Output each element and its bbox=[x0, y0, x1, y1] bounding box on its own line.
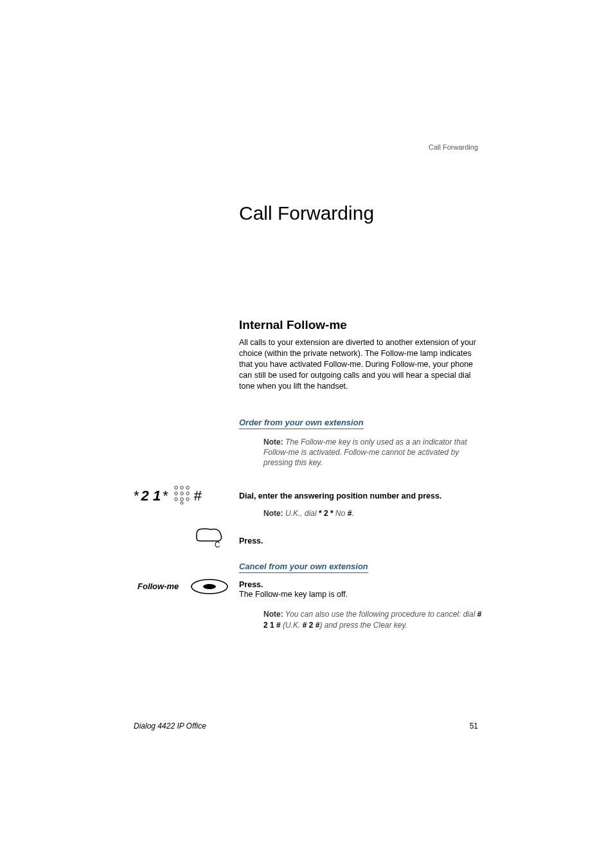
clear-key-icon: C bbox=[195, 527, 225, 551]
svg-point-6 bbox=[174, 498, 177, 501]
followme-label: Follow-me bbox=[138, 581, 179, 591]
lamp-off-text: The Follow-me key lamp is off. bbox=[239, 590, 348, 599]
note-mid: (U.K. bbox=[281, 621, 303, 630]
uk-prefix: U.K., dial bbox=[285, 509, 319, 518]
intro-paragraph: All calls to your extension are diverted… bbox=[239, 337, 483, 391]
cancel-heading: Cancel from your own extension bbox=[239, 562, 368, 573]
uk-no: No bbox=[333, 509, 348, 518]
svg-point-0 bbox=[174, 486, 177, 490]
svg-point-12 bbox=[203, 584, 216, 589]
keypad-icon bbox=[173, 485, 190, 507]
uk-suffix: . bbox=[351, 509, 353, 518]
page: Call Forwarding Call Forwarding Internal… bbox=[0, 0, 613, 868]
dial-sequence: * 2 1 * # bbox=[134, 485, 202, 507]
svg-point-1 bbox=[180, 486, 183, 490]
uk-digits: 2 bbox=[324, 509, 328, 518]
star-symbol: * bbox=[134, 488, 139, 504]
star-symbol: * bbox=[163, 488, 168, 504]
note-label: Note: bbox=[263, 438, 283, 447]
press-label: Press. bbox=[239, 536, 263, 545]
running-header: Call Forwarding bbox=[429, 143, 478, 151]
page-title: Call Forwarding bbox=[239, 202, 374, 224]
note-label: Note: bbox=[263, 610, 283, 619]
svg-point-8 bbox=[186, 498, 189, 501]
svg-point-5 bbox=[186, 492, 189, 495]
followme-key-icon bbox=[190, 578, 229, 598]
section-title: Internal Follow-me bbox=[239, 318, 347, 332]
press-label: Press. bbox=[239, 580, 263, 589]
svg-point-3 bbox=[174, 492, 177, 495]
note-label: Note: bbox=[263, 509, 283, 518]
svg-point-7 bbox=[180, 498, 183, 501]
svg-text:C: C bbox=[215, 540, 220, 549]
footer-page-number: 51 bbox=[470, 722, 478, 731]
cancel-seq2: # 2 # bbox=[303, 621, 320, 630]
dial-digits: 2 1 bbox=[141, 488, 161, 504]
dial-instruction: Dial, enter the answering position numbe… bbox=[239, 492, 441, 500]
svg-point-4 bbox=[180, 492, 183, 495]
svg-point-9 bbox=[181, 502, 183, 504]
hash-symbol: # bbox=[194, 488, 202, 504]
footer-product: Dialog 4422 IP Office bbox=[134, 722, 206, 731]
note-text: The Follow-me key is only used as a an i… bbox=[263, 438, 467, 467]
uk-note: Note: U.K., dial * 2 * No #. bbox=[263, 509, 354, 518]
order-heading: Order from your own extension bbox=[239, 418, 364, 429]
svg-point-2 bbox=[186, 486, 189, 490]
cancel-note: Note: You can also use the following pro… bbox=[263, 609, 485, 631]
note-prefix: You can also use the following procedure… bbox=[285, 610, 477, 619]
star-symbol: * bbox=[319, 509, 322, 518]
note-suffix: ) and press the Clear key. bbox=[319, 621, 407, 630]
order-note: Note: The Follow-me key is only used as … bbox=[263, 437, 485, 468]
